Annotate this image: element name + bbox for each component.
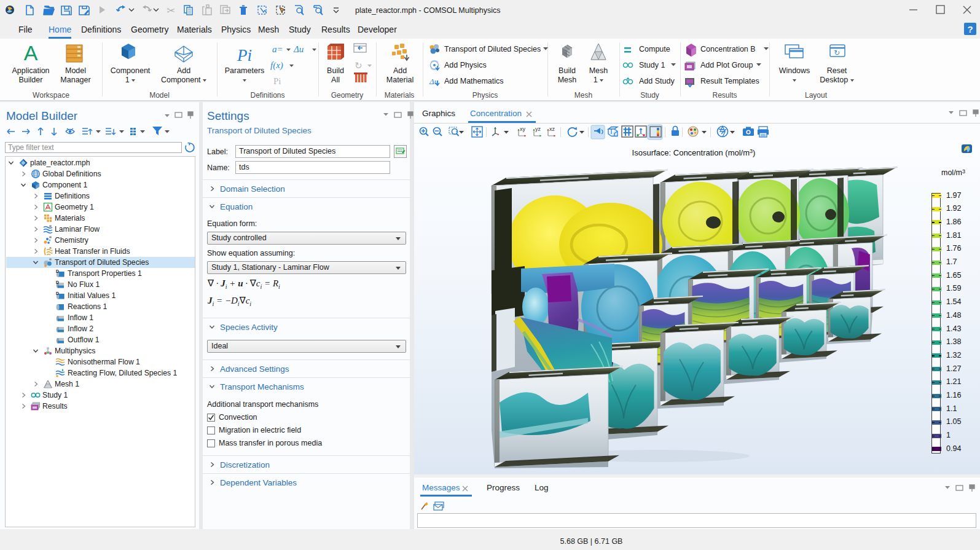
svg-text:A: A: [24, 41, 38, 65]
svg-text:Add Plot Group: Add Plot Group: [700, 61, 753, 69]
svg-text:a=: a=: [272, 44, 283, 54]
svg-text:yz: yz: [535, 126, 541, 132]
svg-text:↻: ↻: [834, 49, 840, 57]
svg-text:xy: xy: [520, 126, 526, 132]
svg-text:f(x): f(x): [270, 60, 283, 71]
svg-text:D: D: [56, 280, 59, 285]
svg-text:Add Physics: Add Physics: [444, 61, 487, 69]
svg-text:Pi: Pi: [237, 46, 252, 65]
svg-text:Transport of Diluted Species: Transport of Diluted Species: [444, 45, 541, 53]
svg-text:D: D: [56, 291, 59, 296]
svg-text:Study 1: Study 1: [639, 61, 665, 69]
svg-text:D: D: [56, 269, 59, 273]
svg-text:Pi: Pi: [273, 76, 281, 86]
svg-text:Δu: Δu: [293, 44, 304, 54]
svg-text:Add Study: Add Study: [639, 77, 675, 85]
svg-text:Add Mathematics: Add Mathematics: [444, 77, 504, 85]
svg-text:✂: ✂: [167, 5, 175, 17]
svg-text:Result Templates: Result Templates: [700, 77, 759, 85]
svg-text:xz: xz: [549, 126, 555, 132]
svg-text:Concentration B: Concentration B: [700, 45, 756, 53]
svg-text:↻: ↻: [355, 60, 363, 71]
svg-text:plate_reactor.mph - COMSOL Mul: plate_reactor.mph - COMSOL Multiphysics: [355, 6, 500, 15]
svg-text:Compute: Compute: [639, 45, 670, 53]
